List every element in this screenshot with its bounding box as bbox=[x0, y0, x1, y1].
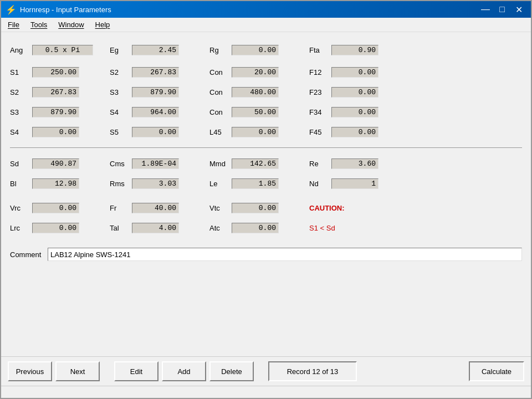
le-input[interactable] bbox=[232, 178, 279, 189]
f34-group: F34 bbox=[309, 107, 398, 117]
con3-label: Con bbox=[209, 108, 229, 116]
s1-input[interactable] bbox=[32, 67, 79, 78]
nd-group: Nd bbox=[309, 178, 398, 189]
cms-label: Cms bbox=[110, 160, 130, 168]
s5-label: S5 bbox=[110, 128, 130, 136]
con2-input[interactable] bbox=[232, 87, 279, 98]
menu-tools[interactable]: Tools bbox=[26, 19, 52, 30]
row-lrc: Lrc Tal Atc S1 < Sd bbox=[10, 219, 522, 237]
fr-label: Fr bbox=[110, 204, 130, 212]
s3-left-label: S3 bbox=[110, 88, 130, 96]
close-button[interactable]: ✕ bbox=[511, 3, 526, 16]
f12-label: F12 bbox=[309, 68, 329, 76]
spacer1 bbox=[10, 195, 522, 199]
s3-left-input[interactable] bbox=[132, 87, 179, 98]
s4-left-label: S4 bbox=[110, 108, 130, 116]
vtc-input[interactable] bbox=[232, 203, 279, 213]
con1-input[interactable] bbox=[232, 67, 279, 78]
maximize-button[interactable]: □ bbox=[494, 3, 510, 16]
tal-group: Tal bbox=[110, 223, 209, 233]
title-bar-left: ⚡ Hornresp - Input Parameters bbox=[6, 4, 111, 15]
con1-label: Con bbox=[209, 68, 229, 76]
calculate-button[interactable]: Calculate bbox=[469, 361, 524, 381]
previous-button[interactable]: Previous bbox=[8, 361, 52, 381]
l45-input[interactable] bbox=[232, 127, 279, 137]
next-button[interactable]: Next bbox=[55, 361, 100, 381]
re-group: Re bbox=[309, 158, 398, 169]
f12-input[interactable] bbox=[331, 67, 378, 78]
caution-group: CAUTION: bbox=[309, 204, 398, 212]
rg-label: Rg bbox=[209, 46, 229, 54]
section-divider bbox=[10, 147, 522, 148]
fta-label: Fta bbox=[309, 46, 329, 54]
vtc-group: Vtc bbox=[209, 203, 309, 213]
window-title: Hornresp - Input Parameters bbox=[20, 6, 111, 14]
s4-left-input[interactable] bbox=[132, 107, 179, 117]
f23-input[interactable] bbox=[331, 87, 378, 98]
s4-left-group: S4 bbox=[110, 107, 209, 117]
row-ang: Ang Eg Rg Fta bbox=[10, 41, 522, 59]
app-icon: ⚡ bbox=[6, 4, 17, 15]
s2-left-input[interactable] bbox=[132, 67, 179, 78]
con1-group: Con bbox=[209, 67, 309, 78]
re-input[interactable] bbox=[331, 158, 378, 169]
row-s1: S1 S2 Con F12 bbox=[10, 63, 522, 81]
sd-input[interactable] bbox=[32, 158, 79, 169]
lrc-input[interactable] bbox=[32, 223, 79, 233]
f45-input[interactable] bbox=[331, 127, 378, 137]
s2-input[interactable] bbox=[32, 87, 79, 98]
l45-label: L45 bbox=[209, 128, 229, 136]
menu-window[interactable]: Window bbox=[54, 19, 88, 30]
comment-input[interactable] bbox=[48, 248, 522, 261]
s3-left-group: S3 bbox=[110, 87, 209, 98]
caution-sub-text: S1 < Sd bbox=[309, 224, 335, 232]
eg-input[interactable] bbox=[132, 45, 179, 55]
f12-group: F12 bbox=[309, 67, 398, 78]
ang-input[interactable] bbox=[32, 45, 93, 55]
vrc-label: Vrc bbox=[10, 204, 30, 212]
edit-button[interactable]: Edit bbox=[114, 361, 158, 381]
fr-group: Fr bbox=[110, 203, 209, 213]
s4-input[interactable] bbox=[32, 127, 79, 137]
tal-input[interactable] bbox=[132, 223, 179, 233]
rms-input[interactable] bbox=[132, 178, 179, 189]
fta-input[interactable] bbox=[331, 45, 378, 55]
add-button[interactable]: Add bbox=[162, 361, 206, 381]
mmd-label: Mmd bbox=[209, 160, 229, 168]
mmd-input[interactable] bbox=[232, 158, 279, 169]
rg-input[interactable] bbox=[232, 45, 279, 55]
row-bl: Bl Rms Le Nd bbox=[10, 175, 522, 192]
row-sd: Sd Cms Mmd Re bbox=[10, 155, 522, 172]
minimize-button[interactable]: — bbox=[478, 3, 493, 16]
caution-label: CAUTION: bbox=[309, 204, 345, 212]
cms-group: Cms bbox=[110, 158, 209, 169]
bl-input[interactable] bbox=[32, 178, 79, 189]
nd-input[interactable] bbox=[331, 178, 378, 189]
record-text: Record 12 of 13 bbox=[287, 367, 339, 376]
con3-input[interactable] bbox=[232, 107, 279, 117]
fr-input[interactable] bbox=[132, 203, 179, 213]
atc-input[interactable] bbox=[232, 223, 279, 233]
f34-input[interactable] bbox=[331, 107, 378, 117]
vrc-input[interactable] bbox=[32, 203, 79, 213]
main-content: Ang Eg Rg Fta S1 S2 bbox=[1, 32, 531, 356]
eg-label: Eg bbox=[110, 46, 130, 54]
s2-left-label: S2 bbox=[110, 68, 130, 76]
menu-help[interactable]: Help bbox=[91, 19, 115, 30]
con2-label: Con bbox=[209, 88, 229, 96]
record-display: Record 12 of 13 bbox=[268, 361, 357, 381]
s5-input[interactable] bbox=[132, 127, 179, 137]
l45-group: L45 bbox=[209, 127, 309, 137]
fta-group: Fta bbox=[309, 45, 398, 55]
s2-label: S2 bbox=[10, 88, 30, 96]
comment-label: Comment bbox=[10, 250, 43, 259]
row-s2: S2 S3 Con F23 bbox=[10, 83, 522, 101]
cms-input[interactable] bbox=[132, 158, 179, 169]
delete-button[interactable]: Delete bbox=[209, 361, 254, 381]
bl-label: Bl bbox=[10, 180, 30, 188]
status-bar bbox=[1, 386, 531, 398]
s3-input[interactable] bbox=[32, 107, 79, 117]
title-bar: ⚡ Hornresp - Input Parameters — □ ✕ bbox=[1, 1, 531, 18]
menu-file[interactable]: File bbox=[3, 19, 24, 30]
f23-group: F23 bbox=[309, 87, 398, 98]
